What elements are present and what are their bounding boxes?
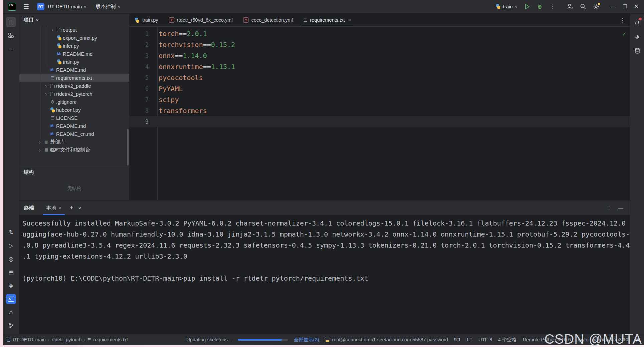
breadcrumb-folder[interactable]: rtdetr_pytorch	[52, 337, 82, 342]
tree-item-readme-cn[interactable]: README_cn.md	[19, 130, 129, 138]
close-tab-icon[interactable]: ×	[348, 17, 351, 23]
search-icon[interactable]	[580, 3, 586, 10]
tree-item-gitignore[interactable]: .gitignore	[19, 98, 129, 106]
terminal-dropdown-icon[interactable]: ∨	[78, 206, 82, 210]
tree-item-export-onnx[interactable]: export_onnx.py	[19, 34, 129, 42]
code-line: 6PyYAML	[129, 83, 630, 94]
code-line: 4onnxruntime==1.15.1	[129, 61, 630, 72]
editor-tab-bar: train.py Y rtdetr_r50vd_6x_coco.yml Y co…	[129, 14, 630, 27]
tab-options-icon[interactable]: ⋮	[620, 17, 630, 23]
tree-item-readme-root[interactable]: README.md	[19, 122, 129, 130]
indent-widget[interactable]: 4 个空格	[498, 337, 517, 343]
new-terminal-icon[interactable]: +	[69, 204, 73, 212]
problems-tool-icon[interactable]: ⚠	[6, 307, 16, 317]
python-icon	[496, 4, 501, 9]
database-icon[interactable]	[632, 46, 642, 56]
breadcrumb-project[interactable]: RT-DETR-main	[13, 337, 46, 342]
close-terminal-tab-icon[interactable]: ×	[59, 205, 61, 211]
terminal-options-icon[interactable]: ⋮	[607, 205, 612, 211]
tab-train-py[interactable]: train.py	[129, 14, 164, 26]
ide-window: PC_ ☰ RT RT-DETR-main ∨ 版本控制 ∨ train ∨ ⋮…	[3, 0, 644, 345]
add-user-icon[interactable]	[567, 3, 573, 10]
commit-tool-icon[interactable]: ⇅	[6, 227, 16, 237]
task-progress-bar[interactable]	[238, 339, 288, 341]
terminal-tab-local[interactable]: 本地 ×	[43, 201, 65, 215]
services-tool-icon[interactable]: ◈	[6, 281, 16, 291]
code-line: 8transformers	[129, 105, 630, 116]
maximize-button[interactable]: ❐	[623, 4, 627, 10]
remote-host-widget[interactable]: root@connect.nmb1.seetacloud.com:55587 p…	[325, 337, 448, 342]
terminal-tool-icon[interactable]: >_	[6, 294, 16, 304]
notification-dot	[639, 18, 642, 20]
tree-item-hubconf[interactable]: hubconf.py	[19, 106, 129, 114]
project-selector[interactable]: RT-DETR-main ∨	[48, 4, 87, 9]
notifications-bell-icon[interactable]	[632, 18, 642, 28]
text-file-icon: ☰	[88, 338, 91, 342]
minimize-button[interactable]: —	[611, 4, 616, 9]
project-name: RT-DETR-main	[48, 4, 82, 9]
close-button[interactable]: ✕	[634, 3, 639, 10]
tree-item-output[interactable]: ›output	[19, 26, 129, 34]
tab-requirements-txt[interactable]: ☰ requirements.txt ×	[298, 14, 356, 26]
code-line: 3onnx==1.14.0	[129, 50, 630, 61]
breadcrumb-file[interactable]: requirements.txt	[93, 337, 128, 342]
tree-scrollbar[interactable]	[127, 129, 129, 165]
structure-tool-icon[interactable]	[6, 30, 16, 40]
text-file-icon: ☰	[304, 18, 308, 23]
yaml-icon: Y	[243, 17, 249, 23]
tree-item-requirements[interactable]: requirements.txt	[19, 74, 129, 82]
tree-item-train[interactable]: train.py	[19, 58, 129, 66]
caret-position-widget[interactable]: 9:1	[454, 337, 461, 342]
settings-gear-icon[interactable]	[593, 3, 600, 10]
python-console-tool-icon[interactable]: ◎	[6, 254, 16, 264]
tree-item-rtdetrv2-paddle[interactable]: ›rtdetrv2_paddle	[19, 82, 129, 90]
show-all-processes-link[interactable]: 全部显示(2)	[294, 337, 319, 343]
terminal-line: .0.8 pyreadline3-3.5.4 regex-2024.11.6 r…	[22, 240, 630, 251]
background-task-label: Updating skeletons...	[186, 337, 231, 342]
code-line: 2torchvision==0.15.2	[129, 39, 630, 50]
project-badge[interactable]: RT	[37, 3, 44, 10]
tree-item-external-libraries[interactable]: ›外部库	[19, 138, 129, 146]
hide-terminal-icon[interactable]: —	[618, 205, 623, 211]
terminal-line: Successfully installed MarkupSafe-3.0.2 …	[22, 218, 630, 229]
chevron-down-icon: ∨	[117, 5, 121, 8]
structure-panel-header[interactable]: 结构	[19, 166, 129, 178]
tab-coco-detection-yml[interactable]: Y coco_detection.yml	[238, 14, 298, 26]
editor-pane[interactable]: ✓ 1torch==2.0.1 2torchvision==0.15.2 3on…	[129, 27, 630, 200]
version-control-tool-icon[interactable]	[6, 321, 16, 331]
line-separator-widget[interactable]: LF	[467, 337, 472, 342]
more-actions-icon[interactable]: ⋮	[549, 3, 555, 10]
tree-item-readme-inner[interactable]: README.md	[19, 50, 129, 58]
code-line: 7scipy	[129, 94, 630, 105]
code-line: 1torch==2.0.1	[129, 28, 630, 39]
chevron-down-icon: ∨	[515, 5, 518, 8]
terminal-prompt-line: (pytorch10) E:\CODE\python\RT-DETR-main>…	[22, 273, 630, 284]
right-tool-stripe	[630, 14, 644, 334]
main-menu-icon[interactable]: ☰	[23, 3, 29, 10]
debug-button[interactable]	[537, 4, 543, 10]
terminal-line: .1 typing-extensions-4.12.2 urllib3-2.3.…	[22, 251, 630, 262]
tab-rtdetr-yml[interactable]: Y rtdetr_r50vd_6x_coco.yml	[164, 14, 238, 26]
ai-assistant-icon[interactable]	[632, 32, 642, 42]
more-tool-windows-icon[interactable]: ⋯	[6, 44, 16, 54]
project-panel-header[interactable]: 项目 ∨	[19, 14, 129, 26]
tree-item-readme[interactable]: README.md	[19, 66, 129, 74]
pycharm-logo-icon[interactable]: PC_	[8, 3, 16, 11]
terminal-output[interactable]: Successfully installed MarkupSafe-3.0.2 …	[19, 215, 630, 284]
tree-item-scratches[interactable]: ›临时文件和控制台	[19, 146, 129, 154]
yaml-icon: Y	[169, 17, 174, 23]
left-tool-stripe: ⋯ ⇅ ▷ ◎ ▤ ◈ >_ ⚠	[3, 14, 19, 334]
structure-panel: 结构 无结构	[19, 166, 129, 200]
tree-item-license[interactable]: LICENSE	[19, 114, 129, 122]
python-packages-tool-icon[interactable]: ▤	[6, 267, 16, 277]
settings-notification-dot	[598, 3, 600, 5]
run-configuration-selector[interactable]: train ∨	[496, 4, 518, 9]
encoding-widget[interactable]: UTF-8	[478, 337, 492, 342]
project-panel-title: 项目	[24, 17, 34, 23]
run-tool-icon[interactable]: ▷	[6, 241, 16, 251]
tree-item-infer[interactable]: infer.py	[19, 42, 129, 50]
project-tool-icon[interactable]	[6, 17, 16, 27]
vcs-menu[interactable]: 版本控制 ∨	[96, 3, 120, 10]
tree-item-rtdetrv2-pytorch[interactable]: ›rtdetrv2_pytorch	[19, 90, 129, 98]
run-button[interactable]	[524, 4, 530, 10]
